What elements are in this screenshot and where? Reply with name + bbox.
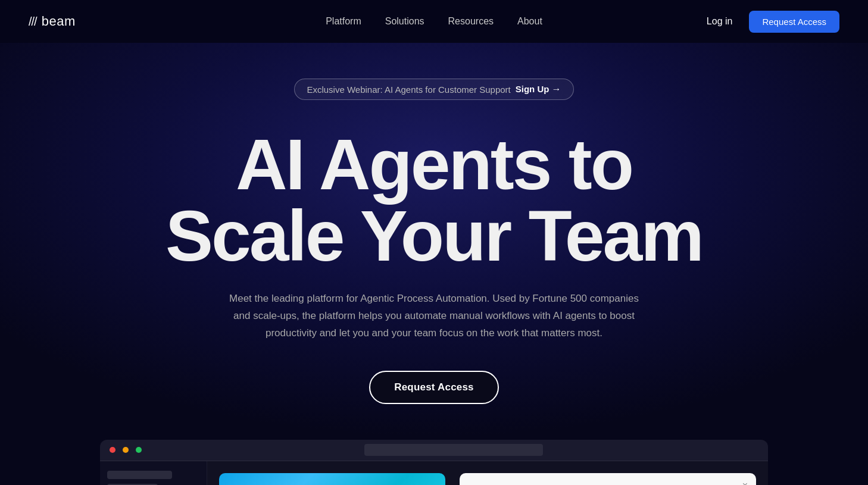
dashboard-sidebar xyxy=(100,461,207,485)
logo-text: beam xyxy=(42,14,76,29)
nav-link-about[interactable]: About xyxy=(508,11,552,32)
hero-subtitle: Meet the leading platform for Agentic Pr… xyxy=(226,290,642,342)
dashboard-content: × Insurance Claim AI Agent The agent ext… xyxy=(100,461,768,485)
hero-title: AI Agents to Scale Your Team xyxy=(107,129,761,271)
hero-section: Exclusive Webinar: AI Agents for Custome… xyxy=(0,43,868,485)
window-close-dot xyxy=(110,447,115,453)
request-access-hero-button[interactable]: Request Access xyxy=(369,371,499,404)
nav-link-resources[interactable]: Resources xyxy=(439,11,503,32)
dashboard-main: × Insurance Claim AI Agent The agent ext… xyxy=(207,461,768,485)
navbar: /// beam Platform Solutions Resources Ab… xyxy=(0,0,868,43)
nav-link-platform[interactable]: Platform xyxy=(316,11,371,32)
nav-link-solutions[interactable]: Solutions xyxy=(376,11,434,32)
close-icon[interactable]: × xyxy=(742,480,748,485)
webinar-arrow-icon: → xyxy=(552,84,561,94)
logo[interactable]: /// beam xyxy=(29,14,76,29)
nav-links: Platform Solutions Resources About xyxy=(316,11,552,32)
agent-info-card: × Insurance Claim AI Agent The agent ext… xyxy=(460,473,756,485)
dashboard-title-placeholder xyxy=(364,444,543,456)
logo-icon: /// xyxy=(29,15,37,29)
dashboard-titlebar xyxy=(100,440,768,461)
login-button[interactable]: Log in xyxy=(700,11,740,32)
agent-card-image xyxy=(219,473,445,485)
webinar-signup-link[interactable]: Sign Up → xyxy=(516,84,561,95)
request-access-nav-button[interactable]: Request Access xyxy=(749,11,839,33)
webinar-text: Exclusive Webinar: AI Agents for Custome… xyxy=(307,85,510,95)
window-minimize-dot xyxy=(123,447,129,453)
webinar-banner[interactable]: Exclusive Webinar: AI Agents for Custome… xyxy=(294,79,573,100)
sidebar-item xyxy=(107,471,172,479)
nav-actions: Log in Request Access xyxy=(700,11,839,33)
dashboard-preview: × Insurance Claim AI Agent The agent ext… xyxy=(100,440,768,485)
window-maximize-dot xyxy=(136,447,142,453)
